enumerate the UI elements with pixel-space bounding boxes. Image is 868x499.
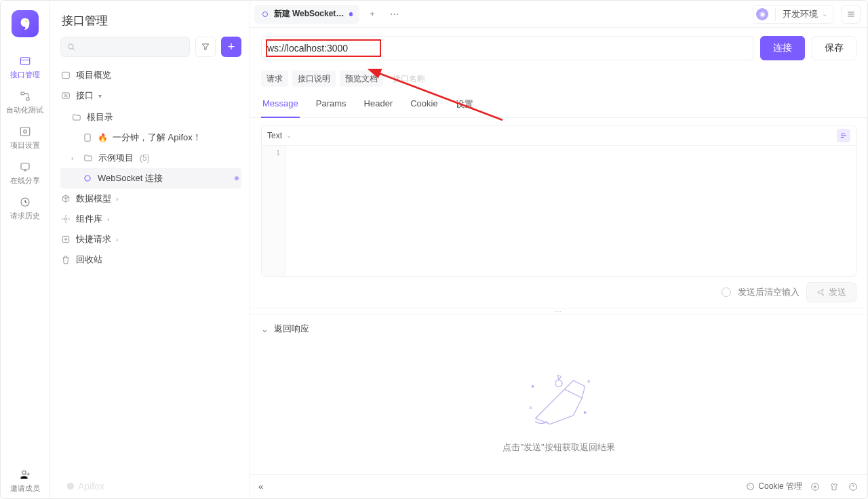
websocket-icon [82,173,93,184]
cube-icon [60,193,71,204]
save-button[interactable]: 保存 [812,36,856,60]
tab-params[interactable]: Params [315,94,348,117]
empty-hint: 点击"发送"按钮获取返回结果 [502,441,614,454]
message-editor[interactable] [286,146,856,276]
svg-point-5 [23,130,26,134]
filter-icon [201,42,210,52]
cookie-icon [746,482,755,491]
chevron-right-icon: › [71,155,78,162]
fire-icon: 🔥 [98,133,108,142]
chevron-down-icon: ▾ [98,92,105,100]
footer: « Cookie 管理 [250,474,867,498]
rail-item-automation[interactable]: 自动化测试 [5,85,45,120]
tree-trash[interactable]: 回收站 [60,250,241,270]
svg-rect-13 [85,134,90,142]
footer-plus-button[interactable] [809,481,821,493]
tree-root[interactable]: 根目录 [60,107,241,127]
chevron-down-icon: ⌄ [822,10,827,18]
response-head[interactable]: ⌄ 返回响应 [250,315,867,343]
tab-cookie[interactable]: Cookie [409,94,439,117]
tree-overview[interactable]: 项目概览 [60,65,241,85]
gutter: 1 [262,146,286,276]
chevron-right-icon: › [116,236,123,243]
cookie-manager[interactable]: Cookie 管理 [746,481,802,492]
tree-sample[interactable]: › 示例项目 (5) [60,148,241,168]
flow-icon [18,89,32,103]
subtab-doc[interactable]: 接口说明 [292,71,336,87]
format-button[interactable] [837,129,850,142]
svg-point-20 [747,483,754,490]
split-handle[interactable]: ⋯ [250,308,867,315]
format-icon [840,132,848,140]
rail-item-settings[interactable]: 项目设置 [5,120,45,155]
clear-label: 发送后清空输入 [738,286,800,298]
env-label: 开发环境 [783,8,818,20]
tree-components[interactable]: 组件库 › [60,209,241,229]
clear-checkbox[interactable] [722,287,731,297]
subtab-preview[interactable]: 预览文档 [340,71,383,87]
tree-label: 接口 [76,89,94,102]
svg-rect-3 [26,98,29,100]
tree-label: 组件库 [76,213,102,225]
rail-item-api[interactable]: 接口管理 [5,49,45,85]
tabs-menu-button[interactable]: ⋯ [385,5,403,23]
sub-tabs-1: 请求 接口说明 预览文档 接口名称 [250,68,867,89]
connect-button[interactable]: 连接 [760,36,805,60]
tree-datamodel[interactable]: 数据模型 › [60,188,241,209]
tree-api[interactable]: 96 接口 ▾ [60,85,241,106]
response-title: 返回响应 [274,323,309,335]
environment-selector[interactable]: ◉ 开发环境 ⌄ [753,5,833,24]
rail-item-share[interactable]: 在线分享 [5,155,45,191]
svg-rect-2 [21,92,24,95]
subtab-request[interactable]: 请求 [261,71,288,87]
svg-text:96: 96 [64,94,68,98]
tree-label: 根目录 [87,111,113,123]
sidebar: 接口管理 + 项目概览 96 接口 ▾ 根目录 🔥 [50,1,250,498]
svg-point-19 [584,412,586,414]
tab-settings[interactable]: 设置 [454,94,475,117]
rail-item-invite[interactable]: 邀请成员 [5,463,45,498]
svg-point-9 [68,44,73,49]
new-tab-button[interactable]: + [363,5,381,23]
trash-icon [60,254,71,265]
quick-icon [60,234,71,245]
tree-label: 一分钟，了解 Apifox！ [113,132,201,144]
filter-button[interactable] [195,37,216,57]
tree-label: 快捷请求 [76,233,111,245]
url-input[interactable] [267,43,753,54]
tab-websocket[interactable]: 新建 WebSocket 接... [254,5,359,24]
modified-dot [235,176,239,180]
tree-websocket[interactable]: WebSocket 连接 [60,168,241,188]
tree-quickstart[interactable]: 🔥 一分钟，了解 Apifox！ [60,127,241,148]
tree-label: 项目概览 [76,69,111,81]
footer-help-button[interactable] [847,481,859,493]
menu-button[interactable] [842,5,861,24]
tab-message[interactable]: Message [261,94,300,117]
rail-label: 请求历史 [10,211,40,221]
search-input[interactable] [60,37,190,57]
left-rail: 接口管理 自动化测试 项目设置 在线分享 请求历史 邀请成员 [1,1,50,498]
svg-rect-10 [62,72,70,78]
tree-label: 回收站 [76,254,102,266]
tree-label: WebSocket 连接 [98,172,163,184]
collapse-sidebar-button[interactable]: « [258,481,263,492]
tab-header[interactable]: Header [363,94,395,117]
settings-icon [18,125,32,138]
send-button[interactable]: 发送 [806,282,856,302]
chevron-right-icon: › [116,195,123,203]
api-name-placeholder[interactable]: 接口名称 [387,71,431,87]
folder-icon [83,153,94,163]
rail-item-history[interactable]: 请求历史 [5,191,45,226]
editor-mode[interactable]: Text [267,131,282,140]
count: (5) [140,153,150,163]
search-icon [66,42,76,52]
component-icon [60,214,71,224]
footer-tshirt-button[interactable] [828,481,840,493]
svg-rect-6 [21,163,29,169]
chevron-down-icon: ⌄ [261,324,269,334]
tree-quickreq[interactable]: 快捷请求 › [60,229,241,250]
history-icon [18,195,32,209]
rail-label: 邀请成员 [10,483,40,494]
add-button[interactable]: + [221,37,241,57]
websocket-icon [261,9,270,19]
